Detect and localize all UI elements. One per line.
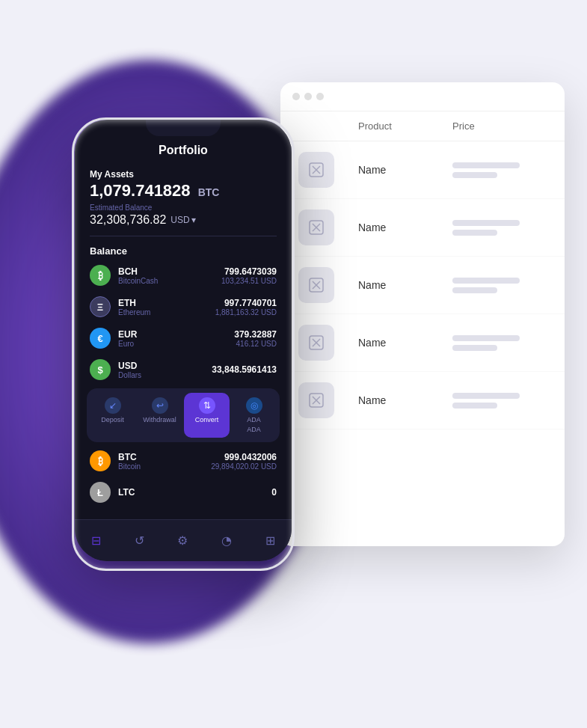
asset-info: LTC <box>118 487 264 498</box>
table-row: Name <box>280 257 565 314</box>
estimated-amount: 32,308,736.82 <box>90 213 166 227</box>
asset-icon: ₿ <box>90 450 111 471</box>
bottom-nav: ⊟ ↺ ⚙ ◔ ⊞ <box>75 519 292 561</box>
nav-menu[interactable]: ⊞ <box>259 527 281 554</box>
my-assets-label: My Assets <box>75 165 292 181</box>
asset-amounts: 379.32887 416.12 USD <box>234 329 277 348</box>
nav-trade[interactable]: ⚙ <box>171 527 194 554</box>
nav-history[interactable]: ↺ <box>129 527 150 554</box>
dropdown-arrow: ▾ <box>191 215 196 225</box>
withdraw-btn[interactable]: ↩ Withdrawal <box>137 393 182 438</box>
asset-usd: 416.12 USD <box>234 340 277 348</box>
table-row: Name <box>280 141 565 199</box>
table-row: Name <box>280 372 565 429</box>
browser-topbar <box>280 82 565 111</box>
asset-symbol: EUR <box>118 329 227 340</box>
browser-panel: Product Price Name Name <box>280 82 565 546</box>
balance-label: Balance <box>75 239 292 260</box>
asset-icon: Ξ <box>90 296 111 317</box>
btc-currency: BTC <box>198 186 220 198</box>
grid-icon: ⊞ <box>265 533 275 548</box>
nav-alerts[interactable]: ◔ <box>215 527 238 554</box>
placeholder-icon <box>298 325 334 361</box>
asset-amounts: 997.7740701 1,881,163.32 USD <box>215 298 277 316</box>
price-line-short <box>452 230 497 236</box>
placeholder-icon <box>298 382 334 418</box>
row-name: Name <box>358 394 452 406</box>
asset-amounts: 0 <box>271 487 277 498</box>
asset-icon: $ <box>90 359 111 380</box>
asset-info: EUR Euro <box>118 329 227 348</box>
dot-1 <box>292 93 300 100</box>
ada-sublabel: ADA <box>247 426 261 433</box>
withdraw-icon: ↩ <box>152 397 168 414</box>
asset-name: BitcoinCash <box>118 277 214 285</box>
asset-symbol: LTC <box>118 487 264 498</box>
row-price <box>452 278 547 293</box>
asset-amounts: 799.6473039 103,234.51 USD <box>221 266 277 285</box>
price-line-long <box>452 278 520 284</box>
convert-label: Convert <box>195 416 219 423</box>
deposit-icon: ↙ <box>105 397 121 414</box>
asset-usd: 29,894,020.02 USD <box>211 462 277 471</box>
divider-1 <box>90 236 277 236</box>
currency-tag[interactable]: USD ▾ <box>170 215 195 225</box>
asset-amount: 0 <box>271 487 277 498</box>
asset-symbol: BTC <box>118 452 203 462</box>
convert-btn[interactable]: ⇅ Convert <box>184 393 230 438</box>
asset-row: Ł LTC 0 <box>75 477 292 508</box>
asset-amount: 33,848.5961413 <box>212 364 277 375</box>
currency-usd: USD <box>170 215 189 225</box>
bell-icon: ◔ <box>221 533 232 548</box>
asset-row: Ξ ETH Ethereum 997.7740701 1,881,163.32 … <box>75 291 292 322</box>
price-line-long <box>452 393 520 399</box>
asset-usd: 103,234.51 USD <box>221 277 277 285</box>
phone-notch <box>146 120 221 136</box>
price-line-long <box>452 220 520 226</box>
btc-amount: 1,079.741828 <box>90 181 191 200</box>
row-name: Name <box>358 279 452 291</box>
x-icon <box>307 218 325 236</box>
asset-symbol: USD <box>118 361 204 371</box>
deposit-btn[interactable]: ↙ Deposit <box>90 393 135 438</box>
nav-portfolio[interactable]: ⊟ <box>85 527 107 554</box>
price-line-short <box>452 345 497 351</box>
estimated-value: 32,308,736.82 USD ▾ <box>75 212 292 233</box>
asset-amount: 997.7740701 <box>215 298 277 308</box>
row-price <box>452 220 547 236</box>
asset-info: BCH BitcoinCash <box>118 266 214 285</box>
x-icon <box>307 391 325 409</box>
dot-3 <box>316 93 324 100</box>
x-icon <box>307 334 325 352</box>
asset-amount: 999.0432006 <box>211 452 277 462</box>
phone: Portfolio My Assets 1,079.741828 BTC Est… <box>75 120 292 561</box>
browser-dots <box>292 93 324 100</box>
row-name: Name <box>358 221 452 233</box>
ada-btn[interactable]: ◎ ADA ADA <box>231 393 277 438</box>
row-name: Name <box>358 164 452 176</box>
asset-name: Ethereum <box>118 308 208 316</box>
asset-info: BTC Bitcoin <box>118 452 203 471</box>
ada-icon: ◎ <box>246 397 262 414</box>
table-body: Name Name Name <box>280 141 565 429</box>
placeholder-icon <box>298 209 334 245</box>
asset-symbol: ETH <box>118 298 208 308</box>
asset-list: ₿ BCH BitcoinCash 799.6473039 103,234.51… <box>75 260 292 385</box>
col-product: Product <box>358 120 452 132</box>
asset-amounts: 33,848.5961413 <box>212 364 277 375</box>
deposit-label: Deposit <box>101 416 124 423</box>
x-icon <box>307 276 325 294</box>
asset-name: Bitcoin <box>118 462 203 471</box>
action-bar: ↙ Deposit ↩ Withdrawal ⇅ Convert ◎ ADA A… <box>87 388 280 442</box>
history-icon: ↺ <box>135 533 144 548</box>
asset-row: ₿ BCH BitcoinCash 799.6473039 103,234.51… <box>75 260 292 291</box>
price-line-long <box>452 335 520 341</box>
withdraw-label: Withdrawal <box>143 416 176 423</box>
wallet-icon: ⊟ <box>91 533 101 548</box>
asset-row: $ USD Dollars 33,848.5961413 <box>75 354 292 385</box>
asset-amount: 799.6473039 <box>221 266 277 277</box>
price-line-short <box>452 172 497 178</box>
x-icon <box>307 161 325 179</box>
asset-usd: 1,881,163.32 USD <box>215 308 277 316</box>
asset-icon: € <box>90 328 111 349</box>
